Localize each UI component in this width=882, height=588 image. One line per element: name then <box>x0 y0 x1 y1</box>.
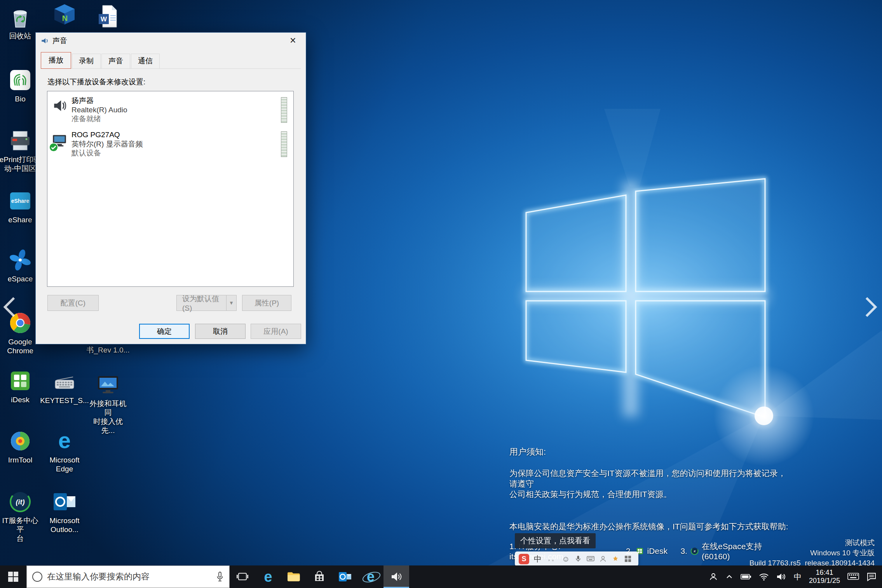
action-center-button[interactable] <box>866 572 877 581</box>
monitor-icon <box>96 372 120 397</box>
icon-label: 外接和耳机同 时接入优先... <box>87 399 129 435</box>
sogou-logo-icon[interactable]: S <box>519 554 529 564</box>
start-button[interactable] <box>0 565 26 588</box>
irmtool-icon <box>8 429 33 454</box>
playback-device-list[interactable]: 扬声器 Realtek(R) Audio 准备就绪 ROG PG27AQ 英特尔… <box>47 91 294 287</box>
device-status: 准备就绪 <box>71 114 127 123</box>
dialog-titlebar[interactable]: 声音 <box>36 33 306 49</box>
taskbar-store-button[interactable] <box>307 565 332 588</box>
ok-button[interactable]: 确定 <box>139 324 190 339</box>
search-mic-icon[interactable] <box>216 571 224 583</box>
icon-label: eSpace <box>8 274 33 283</box>
desktop-icon-keytest[interactable]: KEYTEST_S... <box>43 369 86 405</box>
speaker-title-icon <box>40 37 49 45</box>
desktop-icon-word-doc[interactable]: W <box>87 4 129 29</box>
device-name: ROG PG27AQ <box>71 130 143 140</box>
volume-meter <box>281 97 287 123</box>
it-service-icon: (it) <box>8 489 33 514</box>
device-name: 扬声器 <box>71 96 127 105</box>
sogou-mode-toggle[interactable]: 中 <box>534 554 542 564</box>
idesk-icon <box>8 368 33 393</box>
nx-cube-icon: N <box>52 3 77 28</box>
device-description: Realtek(R) Audio <box>71 105 127 114</box>
watermark-line-1: 测试模式 <box>750 538 875 548</box>
properties-button[interactable]: 属性(P) <box>242 295 291 311</box>
tab-communications[interactable]: 通信 <box>131 54 160 68</box>
icon-label: Google Chrome <box>7 337 33 355</box>
tray-clock[interactable]: 16:41 2019/1/25 <box>809 569 840 585</box>
sogou-emoji-icon[interactable]: ☺ <box>562 555 570 564</box>
file-explorer-icon <box>287 571 301 583</box>
sogou-toolbox-icon[interactable] <box>624 555 632 563</box>
tab-recording[interactable]: 录制 <box>72 54 101 68</box>
tray-volume-button[interactable] <box>776 572 786 581</box>
task-view-button[interactable] <box>230 565 255 588</box>
cancel-button[interactable]: 取消 <box>195 324 246 339</box>
device-status: 默认设备 <box>71 148 143 157</box>
desktop-icon-idesk[interactable]: iDesk <box>0 368 42 404</box>
device-item-rog-pg27aq[interactable]: ROG PG27AQ 英特尔(R) 显示器音频 默认设备 <box>47 129 293 162</box>
default-device-check-icon <box>49 143 58 152</box>
sogou-mic-icon[interactable] <box>574 555 582 563</box>
icon-label: Bio <box>15 94 25 103</box>
device-item-speakers[interactable]: 扬声器 Realtek(R) Audio 准备就绪 <box>47 94 293 128</box>
desktop-icon-microsoft-outlook[interactable]: Microsoft Outloo... <box>43 489 86 534</box>
taskbar-edge-button[interactable]: e <box>255 565 281 588</box>
desktop-icon-external-audio-doc[interactable]: 外接和耳机同 时接入优先... <box>87 372 129 435</box>
sogou-skin-icon[interactable] <box>612 555 619 563</box>
taskbar-outlook-button[interactable] <box>332 565 358 588</box>
eshare-icon: eShare <box>8 188 33 213</box>
tray-battery-button[interactable] <box>741 574 751 580</box>
taskbar-sound-button[interactable] <box>383 565 409 588</box>
action-center-icon <box>866 572 877 581</box>
device-description: 英特尔(R) 显示器音频 <box>71 140 143 148</box>
sogou-account-icon[interactable] <box>599 555 607 563</box>
tray-overflow-button[interactable] <box>725 573 733 580</box>
system-tray: 中 16:41 2019/1/25 <box>709 565 882 588</box>
speaker-device-icon <box>51 98 68 114</box>
tray-touch-keyboard-button[interactable] <box>847 573 859 581</box>
tab-playback[interactable]: 播放 <box>41 52 71 69</box>
tray-network-button[interactable] <box>759 572 769 581</box>
desktop-icon-nx-cube[interactable]: N <box>43 3 86 28</box>
sogou-ime-popup: 个性设置，点我看看 S 中 ，。 ☺ <box>515 533 638 566</box>
taskbar-file-explorer-button[interactable] <box>281 565 307 588</box>
help-item-2: iDesk <box>647 546 668 556</box>
icon-label: 回收站 <box>9 31 31 40</box>
close-button[interactable]: × <box>280 33 306 49</box>
cortana-icon <box>32 572 42 582</box>
sound-taskbar-icon <box>390 571 403 583</box>
svg-text:e: e <box>58 429 71 453</box>
sogou-keyboard-icon[interactable] <box>587 555 594 563</box>
apply-button[interactable]: 应用(A) <box>251 324 301 339</box>
touch-keyboard-icon <box>847 573 859 581</box>
desktop-icon-microsoft-edge[interactable]: e Microsoft Edge <box>43 429 86 473</box>
sogou-punctuation-icon[interactable]: ，。 <box>546 555 557 562</box>
svg-text:W: W <box>101 16 107 23</box>
icon-label: iDesk <box>11 395 30 404</box>
svg-text:N: N <box>62 14 68 23</box>
set-default-button[interactable]: 设为默认值(S) ▼ <box>176 295 237 311</box>
desktop-icon-hidden-doc-label[interactable]: 书_Rev 1.0... <box>85 345 131 355</box>
desktop-icon-it-service-center[interactable]: (it) IT服务中心平 台 <box>0 489 42 543</box>
volume-icon <box>776 572 786 581</box>
svg-text:(it): (it) <box>16 498 25 506</box>
windows-watermark: 测试模式 Windows 10 专业版 Build 17763.rs5_rele… <box>750 538 875 568</box>
word-document-icon: W <box>96 4 120 29</box>
clock-date: 2019/1/25 <box>809 577 840 585</box>
sogou-tooltip[interactable]: 个性设置，点我看看 <box>515 533 596 548</box>
volume-meter <box>281 131 287 157</box>
edge-taskbar-icon: e <box>264 569 272 584</box>
dialog-title: 声音 <box>52 36 67 46</box>
edge-icon: e <box>52 429 77 454</box>
taskbar-ie-button[interactable]: e <box>358 565 383 588</box>
desktop-icon-irmtool[interactable]: IrmTool <box>0 429 42 464</box>
tab-sounds[interactable]: 声音 <box>101 54 130 68</box>
tray-people-button[interactable] <box>709 572 718 581</box>
taskbar-search-box[interactable]: 在这里输入你要搜索的内容 <box>26 565 230 588</box>
chevron-down-icon[interactable]: ▼ <box>227 300 236 306</box>
tray-ime-mode[interactable]: 中 <box>794 572 802 582</box>
help-item-3-num: 3. <box>680 546 687 556</box>
chevron-up-icon <box>725 573 733 580</box>
configure-button[interactable]: 配置(C) <box>47 295 99 311</box>
